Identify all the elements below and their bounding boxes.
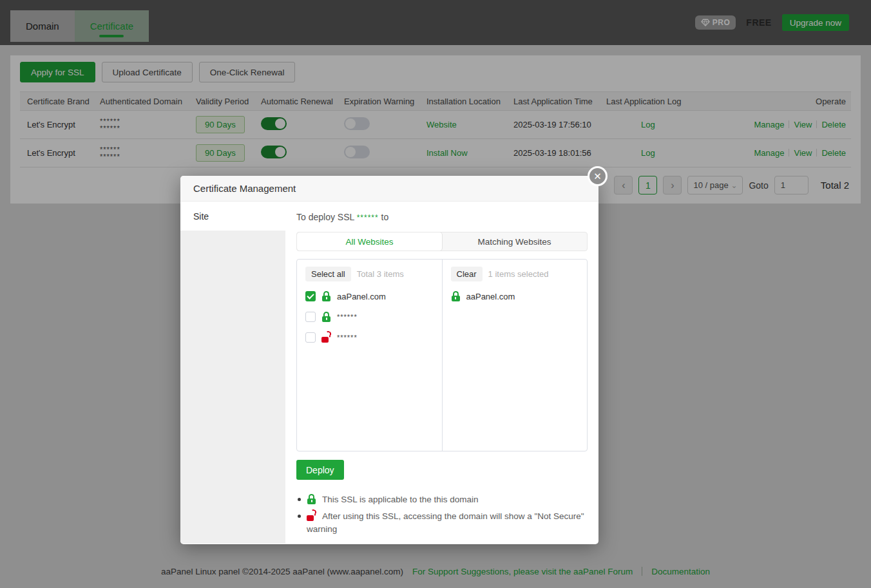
checkbox-unchecked[interactable]: [305, 332, 316, 343]
legend-item-not-secure: After using this SSL, accessing the doma…: [296, 510, 588, 536]
site-label: ******: [337, 334, 358, 341]
modal-sidebar: Site: [180, 202, 285, 544]
total-items-label: Total 3 items: [357, 269, 404, 279]
lock-open-icon: [307, 511, 316, 521]
lock-closed-icon: [451, 291, 461, 301]
tab-all-websites[interactable]: All Websites: [297, 232, 442, 251]
ssl-domain-masked: ******: [357, 213, 379, 222]
modal-body: Site To deploy SSL ****** to All Website…: [180, 202, 598, 544]
select-all-button[interactable]: Select all: [305, 267, 351, 281]
list-item[interactable]: aaPanel.com: [451, 289, 579, 303]
lock-open-icon: [321, 332, 331, 343]
certificate-management-modal: Certificate Management ✕ Site To deploy …: [180, 176, 598, 544]
ssl-legend: This SSL is applicable to the this domai…: [296, 493, 588, 536]
clear-button[interactable]: Clear: [451, 267, 483, 281]
lock-closed-icon: [321, 291, 331, 301]
bullet-icon: [298, 515, 301, 518]
site-label: ******: [337, 314, 358, 321]
list-item[interactable]: aaPanel.com: [305, 289, 434, 303]
modal-content: To deploy SSL ****** to All Websites Mat…: [285, 202, 598, 544]
list-item[interactable]: ******: [305, 330, 434, 345]
modal-header: Certificate Management: [180, 176, 598, 202]
legend-text: This SSL is applicable to the this domai…: [322, 495, 479, 504]
site-transfer-panel: Select all Total 3 items aaPanel.com **: [296, 259, 588, 451]
lock-closed-icon: [307, 494, 316, 504]
legend-item-secure: This SSL is applicable to the this domai…: [296, 493, 588, 506]
lock-closed-icon: [321, 312, 331, 322]
selected-sites-pane: Clear 1 items selected aaPanel.com: [443, 260, 588, 451]
site-label: aaPanel.com: [337, 292, 386, 301]
deploy-line-suffix: to: [381, 212, 389, 222]
deploy-line-prefix: To deploy SSL: [296, 212, 354, 222]
available-pane-header: Select all Total 3 items: [297, 260, 442, 284]
legend-text: After using this SSL, accessing the doma…: [307, 511, 584, 534]
tab-matching-websites[interactable]: Matching Websites: [442, 232, 587, 251]
modal-close-button[interactable]: ✕: [588, 166, 608, 186]
sidebar-item-label: Site: [193, 211, 209, 222]
available-sites-list: aaPanel.com ****** ******: [297, 284, 442, 350]
tab-all-websites-label: All Websites: [345, 237, 393, 247]
website-filter-tabs: All Websites Matching Websites: [296, 232, 588, 251]
tab-matching-websites-label: Matching Websites: [478, 237, 551, 247]
list-item[interactable]: ******: [305, 310, 434, 324]
sidebar-item-site[interactable]: Site: [180, 202, 285, 231]
close-icon: ✕: [593, 171, 602, 181]
modal-title: Certificate Management: [193, 183, 296, 194]
selected-items-label: 1 items selected: [488, 269, 549, 279]
available-sites-pane: Select all Total 3 items aaPanel.com **: [297, 260, 443, 451]
deploy-button[interactable]: Deploy: [296, 460, 344, 480]
checkbox-unchecked[interactable]: [305, 312, 316, 322]
site-label: aaPanel.com: [466, 292, 515, 301]
checkbox-checked[interactable]: [305, 291, 316, 301]
bullet-icon: [298, 498, 301, 501]
selected-sites-list: aaPanel.com: [443, 284, 588, 308]
selected-pane-header: Clear 1 items selected: [443, 260, 588, 284]
deploy-target-line: To deploy SSL ****** to: [296, 212, 588, 222]
